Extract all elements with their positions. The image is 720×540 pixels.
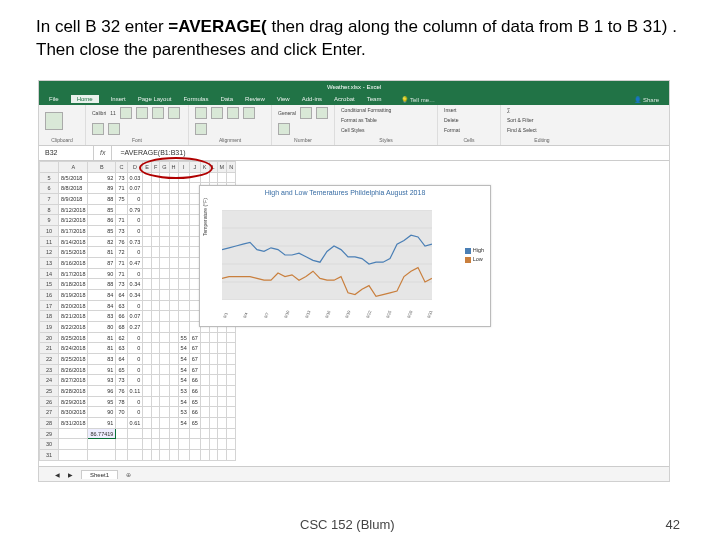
group-editing: Editing — [507, 137, 577, 143]
chart-legend: High Low — [465, 246, 484, 264]
menu-formulas[interactable]: Formulas — [183, 96, 208, 102]
underline-icon[interactable] — [152, 107, 164, 119]
menu-acrobat[interactable]: Acrobat — [334, 96, 355, 102]
bold-icon[interactable] — [120, 107, 132, 119]
cells-format[interactable]: Format — [444, 127, 460, 133]
font-name[interactable]: Calibri — [92, 110, 106, 116]
group-clipboard: Clipboard — [45, 137, 79, 143]
cell-styles[interactable]: Cell Styles — [341, 127, 365, 133]
number-format[interactable]: General — [278, 110, 296, 116]
legend-swatch-high — [465, 248, 471, 254]
footer-page-number: 42 — [666, 517, 680, 532]
menu-home[interactable]: Home — [71, 95, 99, 103]
font-size[interactable]: 11 — [110, 110, 116, 116]
menu-addins[interactable]: Add-ins — [302, 96, 322, 102]
cells-insert[interactable]: Insert — [444, 107, 457, 113]
group-number: Number — [278, 137, 328, 143]
menu-bar: File Home Insert Page Layout Formulas Da… — [39, 93, 669, 105]
italic-icon[interactable] — [136, 107, 148, 119]
sheet-tab-bar: ◀ ▶ Sheet1 ⊕ — [39, 466, 669, 481]
align-center-icon[interactable] — [211, 107, 223, 119]
formula-bar[interactable]: =AVERAGE(B1:B31) — [112, 146, 669, 160]
format-as-table[interactable]: Format as Table — [341, 117, 377, 123]
group-styles: Styles — [341, 137, 431, 143]
embedded-chart[interactable]: High and Low Temeratures Phildelphia Aug… — [199, 185, 491, 327]
slide-footer: CSC 152 (Blum) 42 — [0, 517, 720, 532]
font-color-icon[interactable] — [108, 123, 120, 135]
menu-insert[interactable]: Insert — [111, 96, 126, 102]
menu-team[interactable]: Team — [367, 96, 382, 102]
menu-review[interactable]: Review — [245, 96, 265, 102]
share-button[interactable]: 👤 Share — [634, 96, 659, 103]
chart-xticks: 8/18/48/78/108/138/168/198/228/258/288/3… — [222, 317, 432, 322]
percent-icon[interactable] — [316, 107, 328, 119]
tell-me[interactable]: 💡 Tell me… — [401, 96, 435, 103]
legend-low: Low — [473, 256, 483, 262]
chart-ylabel: Temperature (°F) — [202, 198, 208, 236]
tab-nav-next-icon[interactable]: ▶ — [68, 471, 73, 478]
align-right-icon[interactable] — [227, 107, 239, 119]
sort-filter[interactable]: Sort & Filter — [507, 117, 533, 123]
name-box[interactable]: B32 — [39, 146, 94, 160]
menu-file[interactable]: File — [49, 96, 59, 102]
group-cells: Cells — [444, 137, 494, 143]
sheet-tab[interactable]: Sheet1 — [81, 470, 118, 479]
menu-data[interactable]: Data — [220, 96, 233, 102]
footer-center: CSC 152 (Blum) — [300, 517, 395, 532]
slide-instruction: In cell B 32 enter =AVERAGE( then drag a… — [0, 0, 720, 66]
cells-delete[interactable]: Delete — [444, 117, 458, 123]
fx-icon[interactable]: fx — [94, 146, 112, 160]
align-left-icon[interactable] — [195, 107, 207, 119]
instruction-text: In cell B 32 enter =AVERAGE( then drag a… — [36, 17, 677, 59]
conditional-formatting[interactable]: Conditional Formatting — [341, 107, 391, 113]
autosum[interactable]: ∑ — [507, 107, 511, 113]
currency-icon[interactable] — [300, 107, 312, 119]
group-alignment: Alignment — [195, 137, 265, 143]
merge-icon[interactable] — [195, 123, 207, 135]
menu-page-layout[interactable]: Page Layout — [138, 96, 172, 102]
chart-title: High and Low Temeratures Phildelphia Aug… — [200, 186, 490, 196]
ribbon: Clipboard Calibri 11 Font — [39, 105, 669, 146]
fill-color-icon[interactable] — [92, 123, 104, 135]
find-select[interactable]: Find & Select — [507, 127, 537, 133]
tab-nav-prev-icon[interactable]: ◀ — [55, 471, 60, 478]
paste-icon[interactable] — [45, 112, 63, 130]
menu-view[interactable]: View — [277, 96, 290, 102]
excel-screenshot: Weather.xlsx - Excel File Home Insert Pa… — [38, 80, 670, 482]
legend-high: High — [473, 247, 484, 253]
wrap-text-icon[interactable] — [243, 107, 255, 119]
window-title: Weather.xlsx - Excel — [39, 81, 669, 93]
chart-plot-area — [222, 210, 432, 300]
legend-swatch-low — [465, 257, 471, 263]
comma-icon[interactable] — [278, 123, 290, 135]
group-font: Font — [92, 137, 182, 143]
new-sheet-icon[interactable]: ⊕ — [126, 471, 131, 478]
formula-line: B32 fx =AVERAGE(B1:B31) — [39, 146, 669, 161]
border-icon[interactable] — [168, 107, 180, 119]
